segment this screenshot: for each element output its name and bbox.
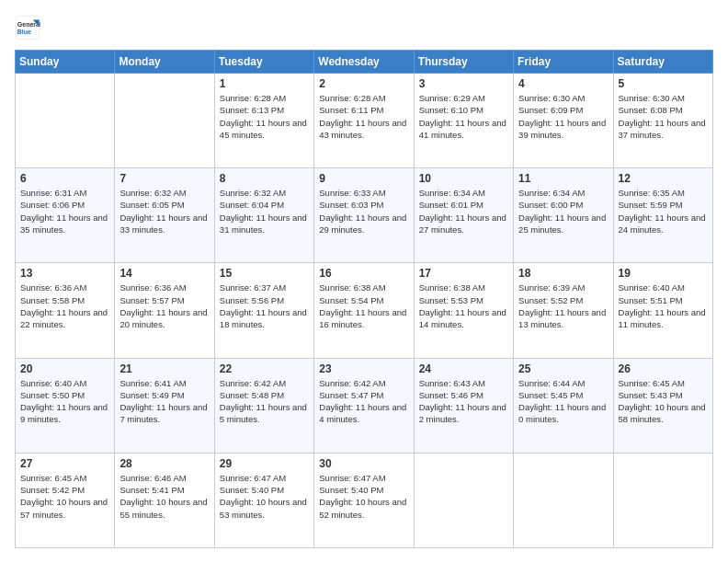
calendar-cell: 2Sunrise: 6:28 AM Sunset: 6:11 PM Daylig… bbox=[314, 74, 414, 168]
calendar-cell bbox=[16, 74, 115, 168]
calendar-cell: 30Sunrise: 6:47 AM Sunset: 5:40 PM Dayli… bbox=[314, 453, 414, 547]
day-info: Sunrise: 6:28 AM Sunset: 6:13 PM Dayligh… bbox=[220, 92, 309, 141]
header: General Blue bbox=[15, 15, 713, 40]
day-info: Sunrise: 6:34 AM Sunset: 6:00 PM Dayligh… bbox=[518, 187, 608, 236]
calendar-cell bbox=[514, 453, 613, 547]
col-thursday: Thursday bbox=[414, 51, 513, 74]
page: General Blue Sunday Monday Tuesday Wedne… bbox=[0, 0, 728, 563]
day-number: 20 bbox=[20, 362, 109, 375]
day-number: 4 bbox=[518, 77, 608, 90]
col-tuesday: Tuesday bbox=[214, 51, 313, 74]
calendar-cell: 3Sunrise: 6:29 AM Sunset: 6:10 PM Daylig… bbox=[414, 74, 513, 168]
calendar-cell: 22Sunrise: 6:42 AM Sunset: 5:48 PM Dayli… bbox=[214, 358, 313, 453]
calendar-cell: 15Sunrise: 6:37 AM Sunset: 5:56 PM Dayli… bbox=[214, 263, 313, 358]
day-info: Sunrise: 6:33 AM Sunset: 6:03 PM Dayligh… bbox=[319, 187, 408, 236]
calendar-cell: 20Sunrise: 6:40 AM Sunset: 5:50 PM Dayli… bbox=[16, 358, 115, 453]
calendar-cell: 8Sunrise: 6:32 AM Sunset: 6:04 PM Daylig… bbox=[214, 168, 313, 263]
calendar-cell: 16Sunrise: 6:38 AM Sunset: 5:54 PM Dayli… bbox=[314, 263, 414, 358]
calendar-cell: 6Sunrise: 6:31 AM Sunset: 6:06 PM Daylig… bbox=[16, 168, 115, 263]
day-number: 13 bbox=[20, 267, 109, 280]
day-info: Sunrise: 6:40 AM Sunset: 5:50 PM Dayligh… bbox=[20, 377, 109, 426]
day-number: 1 bbox=[220, 77, 309, 90]
svg-text:Blue: Blue bbox=[17, 29, 31, 35]
calendar-cell: 10Sunrise: 6:34 AM Sunset: 6:01 PM Dayli… bbox=[414, 168, 513, 263]
calendar-cell: 7Sunrise: 6:32 AM Sunset: 6:05 PM Daylig… bbox=[115, 168, 214, 263]
day-number: 28 bbox=[119, 457, 209, 470]
day-number: 11 bbox=[518, 172, 608, 185]
calendar-cell bbox=[613, 453, 712, 547]
day-number: 27 bbox=[20, 457, 109, 470]
day-info: Sunrise: 6:34 AM Sunset: 6:01 PM Dayligh… bbox=[419, 187, 508, 236]
day-number: 8 bbox=[220, 172, 309, 185]
day-number: 22 bbox=[220, 362, 309, 375]
day-info: Sunrise: 6:42 AM Sunset: 5:47 PM Dayligh… bbox=[319, 377, 408, 426]
day-info: Sunrise: 6:31 AM Sunset: 6:06 PM Dayligh… bbox=[20, 187, 109, 236]
logo: General Blue bbox=[15, 15, 44, 40]
day-info: Sunrise: 6:30 AM Sunset: 6:09 PM Dayligh… bbox=[518, 92, 608, 141]
logo-icon: General Blue bbox=[15, 15, 40, 40]
day-info: Sunrise: 6:28 AM Sunset: 6:11 PM Dayligh… bbox=[319, 92, 408, 141]
day-info: Sunrise: 6:45 AM Sunset: 5:42 PM Dayligh… bbox=[20, 472, 109, 521]
day-number: 12 bbox=[619, 172, 708, 185]
day-number: 5 bbox=[619, 77, 708, 90]
day-number: 30 bbox=[319, 457, 408, 470]
day-number: 19 bbox=[619, 267, 708, 280]
calendar-cell: 4Sunrise: 6:30 AM Sunset: 6:09 PM Daylig… bbox=[514, 74, 613, 168]
calendar-cell: 28Sunrise: 6:46 AM Sunset: 5:41 PM Dayli… bbox=[115, 453, 214, 547]
day-info: Sunrise: 6:36 AM Sunset: 5:57 PM Dayligh… bbox=[119, 282, 209, 330]
calendar-cell: 12Sunrise: 6:35 AM Sunset: 5:59 PM Dayli… bbox=[613, 168, 712, 263]
day-number: 10 bbox=[419, 172, 508, 185]
day-info: Sunrise: 6:32 AM Sunset: 6:05 PM Dayligh… bbox=[119, 187, 209, 236]
day-info: Sunrise: 6:38 AM Sunset: 5:54 PM Dayligh… bbox=[319, 282, 408, 330]
calendar-header-row: Sunday Monday Tuesday Wednesday Thursday… bbox=[16, 51, 713, 74]
day-info: Sunrise: 6:47 AM Sunset: 5:40 PM Dayligh… bbox=[319, 472, 408, 521]
col-saturday: Saturday bbox=[613, 51, 712, 74]
day-number: 24 bbox=[419, 362, 508, 375]
day-number: 26 bbox=[619, 362, 708, 375]
day-info: Sunrise: 6:36 AM Sunset: 5:58 PM Dayligh… bbox=[20, 282, 109, 330]
col-wednesday: Wednesday bbox=[314, 51, 414, 74]
day-info: Sunrise: 6:38 AM Sunset: 5:53 PM Dayligh… bbox=[419, 282, 508, 330]
day-info: Sunrise: 6:37 AM Sunset: 5:56 PM Dayligh… bbox=[220, 282, 309, 330]
calendar-cell: 26Sunrise: 6:45 AM Sunset: 5:43 PM Dayli… bbox=[613, 358, 712, 453]
calendar-table: Sunday Monday Tuesday Wednesday Thursday… bbox=[15, 50, 713, 548]
day-number: 17 bbox=[419, 267, 508, 280]
calendar-cell bbox=[115, 74, 214, 168]
day-info: Sunrise: 6:43 AM Sunset: 5:46 PM Dayligh… bbox=[419, 377, 508, 426]
calendar-week-row: 13Sunrise: 6:36 AM Sunset: 5:58 PM Dayli… bbox=[16, 263, 713, 358]
day-number: 9 bbox=[319, 172, 408, 185]
day-number: 3 bbox=[419, 77, 508, 90]
day-info: Sunrise: 6:40 AM Sunset: 5:51 PM Dayligh… bbox=[619, 282, 708, 330]
day-info: Sunrise: 6:32 AM Sunset: 6:04 PM Dayligh… bbox=[220, 187, 309, 236]
day-info: Sunrise: 6:30 AM Sunset: 6:08 PM Dayligh… bbox=[619, 92, 708, 141]
calendar-cell: 27Sunrise: 6:45 AM Sunset: 5:42 PM Dayli… bbox=[16, 453, 115, 547]
calendar-cell: 9Sunrise: 6:33 AM Sunset: 6:03 PM Daylig… bbox=[314, 168, 414, 263]
day-number: 16 bbox=[319, 267, 408, 280]
day-info: Sunrise: 6:39 AM Sunset: 5:52 PM Dayligh… bbox=[518, 282, 608, 330]
day-number: 7 bbox=[119, 172, 209, 185]
day-info: Sunrise: 6:45 AM Sunset: 5:43 PM Dayligh… bbox=[619, 377, 708, 426]
day-info: Sunrise: 6:41 AM Sunset: 5:49 PM Dayligh… bbox=[119, 377, 209, 426]
day-info: Sunrise: 6:29 AM Sunset: 6:10 PM Dayligh… bbox=[419, 92, 508, 141]
day-number: 18 bbox=[518, 267, 608, 280]
calendar-cell: 14Sunrise: 6:36 AM Sunset: 5:57 PM Dayli… bbox=[115, 263, 214, 358]
day-number: 14 bbox=[119, 267, 209, 280]
calendar-cell: 5Sunrise: 6:30 AM Sunset: 6:08 PM Daylig… bbox=[613, 74, 712, 168]
day-info: Sunrise: 6:42 AM Sunset: 5:48 PM Dayligh… bbox=[220, 377, 309, 426]
calendar-week-row: 27Sunrise: 6:45 AM Sunset: 5:42 PM Dayli… bbox=[16, 453, 713, 547]
day-info: Sunrise: 6:47 AM Sunset: 5:40 PM Dayligh… bbox=[220, 472, 309, 521]
calendar-week-row: 20Sunrise: 6:40 AM Sunset: 5:50 PM Dayli… bbox=[16, 358, 713, 453]
calendar-cell: 25Sunrise: 6:44 AM Sunset: 5:45 PM Dayli… bbox=[514, 358, 613, 453]
day-info: Sunrise: 6:44 AM Sunset: 5:45 PM Dayligh… bbox=[518, 377, 608, 426]
calendar-cell: 24Sunrise: 6:43 AM Sunset: 5:46 PM Dayli… bbox=[414, 358, 513, 453]
calendar-cell: 21Sunrise: 6:41 AM Sunset: 5:49 PM Dayli… bbox=[115, 358, 214, 453]
day-number: 6 bbox=[20, 172, 109, 185]
day-number: 2 bbox=[319, 77, 408, 90]
calendar-cell: 19Sunrise: 6:40 AM Sunset: 5:51 PM Dayli… bbox=[613, 263, 712, 358]
svg-rect-0 bbox=[16, 16, 39, 39]
day-number: 23 bbox=[319, 362, 408, 375]
calendar-week-row: 1Sunrise: 6:28 AM Sunset: 6:13 PM Daylig… bbox=[16, 74, 713, 168]
calendar-cell: 23Sunrise: 6:42 AM Sunset: 5:47 PM Dayli… bbox=[314, 358, 414, 453]
day-number: 21 bbox=[119, 362, 209, 375]
calendar-week-row: 6Sunrise: 6:31 AM Sunset: 6:06 PM Daylig… bbox=[16, 168, 713, 263]
